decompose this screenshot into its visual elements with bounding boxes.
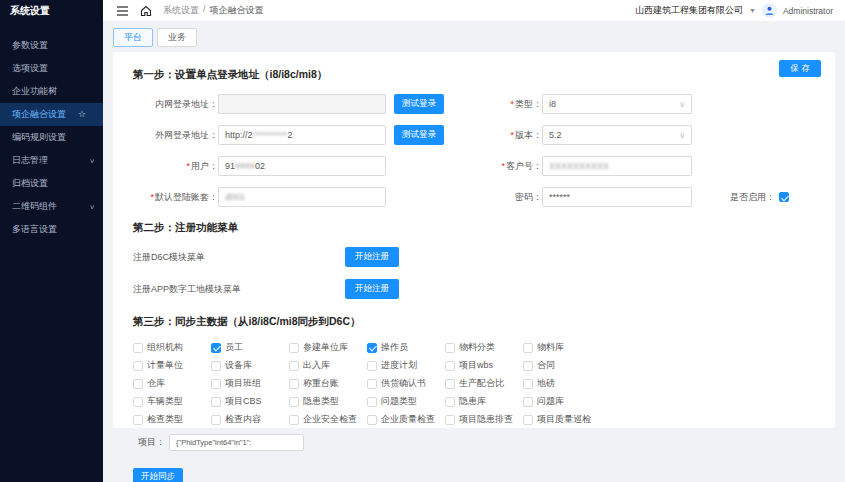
sidebar-item[interactable]: 编码规则设置 [0,126,103,149]
sidebar-item[interactable]: 项企融合设置 ☆ [0,103,103,126]
checkbox[interactable] [289,397,299,407]
checkbox[interactable] [133,361,143,371]
save-button[interactable]: 保 存 [779,60,821,77]
version-select[interactable]: 5.2 ∨ [542,125,692,145]
sync-checkbox-item[interactable]: 地磅 [523,377,601,390]
test-login-extranet-button[interactable]: 测试登录 [394,125,444,145]
company-caret-icon[interactable]: ▼ [749,7,756,14]
sync-checkbox-item[interactable]: 项目CBS [211,395,289,408]
checkbox[interactable] [523,361,533,371]
default-account-input[interactable]: d001 [218,187,386,207]
sync-checkbox-item[interactable]: 问题类型 [367,395,445,408]
checkbox[interactable] [445,379,455,389]
checkbox[interactable] [289,343,299,353]
tab-platform[interactable]: 平台 [113,28,153,47]
checkbox[interactable] [211,415,221,425]
breadcrumb-parent[interactable]: 系统设置 [163,4,199,17]
checkbox[interactable] [523,397,533,407]
checkbox[interactable] [133,397,143,407]
checkbox[interactable] [133,415,143,425]
sync-checkbox-item[interactable]: 问题库 [523,395,601,408]
sync-checkbox-item[interactable]: 物料分类 [445,341,523,354]
sync-checkbox-item[interactable]: 合同 [523,359,601,372]
sync-checkbox-item[interactable]: 计量单位 [133,359,211,372]
company-selector[interactable]: 山西建筑工程集团有限公司 [635,4,743,17]
username-label[interactable]: Administrator [783,6,833,16]
sync-checkbox-item[interactable]: 操作员 [367,341,445,354]
sidebar-item[interactable]: 归档设置 [0,172,103,195]
sync-checkbox-item[interactable]: 供货确认书 [367,377,445,390]
checkbox[interactable] [211,361,221,371]
checkbox[interactable] [367,361,377,371]
sidebar-item[interactable]: 日志管理 ∨ [0,149,103,172]
sync-checkbox-item[interactable]: 检查内容 [211,413,289,426]
checkbox[interactable] [289,361,299,371]
sync-checkbox-item[interactable]: 项目wbs [445,359,523,372]
sync-checkbox-item[interactable]: 出入库 [289,359,367,372]
enabled-checkbox[interactable] [779,192,789,202]
password-input[interactable]: ****** [542,187,692,207]
checkbox[interactable] [445,397,455,407]
checkbox[interactable] [523,415,533,425]
tab-business[interactable]: 业务 [157,28,197,47]
sync-checkbox-item[interactable]: 隐患类型 [289,395,367,408]
checkbox[interactable] [445,415,455,425]
sync-checkbox-item[interactable]: 进度计划 [367,359,445,372]
sidebar-item[interactable]: 企业功能树 [0,80,103,103]
checkbox[interactable] [289,415,299,425]
checkbox[interactable] [367,415,377,425]
sync-checkbox-item[interactable]: 仓库 [133,377,211,390]
sync-checkbox-item[interactable]: 检查类型 [133,413,211,426]
checkbox[interactable] [445,361,455,371]
project-input[interactable]: {"PhidType"int64"in"1": [169,434,304,451]
checkbox-label: 组织机构 [147,341,183,354]
sync-checkbox-item[interactable]: 项目隐患排查 [445,413,523,426]
checkbox[interactable] [211,343,221,353]
checkbox-label: 问题库 [537,395,564,408]
checkbox[interactable] [523,343,533,353]
type-select[interactable]: i8 ∨ [542,94,692,114]
menu-collapse-icon[interactable] [115,4,129,18]
checkbox-label: 供货确认书 [381,377,426,390]
start-register-button[interactable]: 开始注册 [345,247,399,267]
start-register-button[interactable]: 开始注册 [345,279,399,299]
extranet-url-input[interactable]: http://2**********2 [218,125,386,145]
sync-checkbox-item[interactable]: 项目质量巡检 [523,413,601,426]
checkbox[interactable] [289,379,299,389]
start-sync-button[interactable]: 开始同步 [133,468,183,482]
checkbox[interactable] [367,397,377,407]
checkbox[interactable] [133,343,143,353]
sync-checkbox-item[interactable]: 隐患库 [445,395,523,408]
sidebar-item[interactable]: 参数设置 [0,34,103,57]
sync-checkbox-item[interactable]: 员工 [211,341,289,354]
sidebar-item[interactable]: 多语言设置 [0,218,103,241]
checkbox[interactable] [445,343,455,353]
avatar[interactable] [762,3,777,18]
sync-checkbox-item[interactable]: 参建单位库 [289,341,367,354]
sync-checkbox-item[interactable]: 物料库 [523,341,601,354]
home-icon[interactable] [139,4,153,18]
sync-checkbox-item[interactable]: 称重台账 [289,377,367,390]
test-login-intranet-button[interactable]: 测试登录 [394,94,444,114]
sidebar-item[interactable]: 二维码组件 ∨ [0,195,103,218]
user-input[interactable]: 91####02 [218,156,386,176]
sync-checkbox-item[interactable]: 企业安全检查 [289,413,367,426]
sync-checkbox-item[interactable]: 企业质量检查 [367,413,445,426]
extranet-url-suffix: 2 [288,130,293,140]
sidebar-item[interactable]: 选项设置 [0,57,103,80]
field-version: *版本： 5.2 ∨ [474,125,814,145]
intranet-url-input[interactable] [218,94,386,114]
sync-checkbox-item[interactable]: 项目班组 [211,377,289,390]
sync-checkbox-item[interactable]: 设备库 [211,359,289,372]
sync-checkbox-item[interactable]: 生产配合比 [445,377,523,390]
checkbox[interactable] [367,379,377,389]
checkbox[interactable] [211,379,221,389]
customer-no-input[interactable]: XXXXXXXXXX [542,156,692,176]
checkbox[interactable] [133,379,143,389]
sync-checkbox-item[interactable]: 车辆类型 [133,395,211,408]
checkbox[interactable] [211,397,221,407]
star-icon[interactable]: ☆ [78,103,86,126]
sync-checkbox-item[interactable]: 组织机构 [133,341,211,354]
checkbox[interactable] [367,343,377,353]
checkbox[interactable] [523,379,533,389]
